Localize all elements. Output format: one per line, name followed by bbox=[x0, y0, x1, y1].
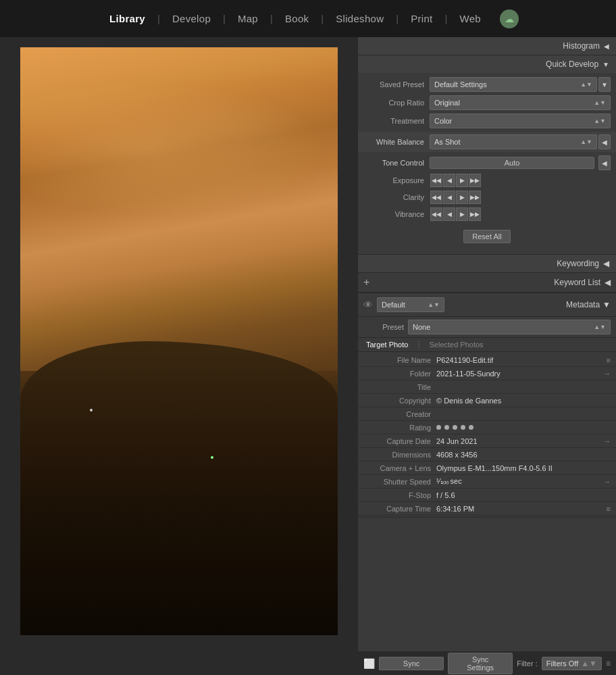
add-keyword-icon[interactable]: + bbox=[363, 276, 369, 289]
meta-field-icon[interactable]: ≡ bbox=[607, 356, 611, 364]
metadata-controls-row: 👁 Default ▲▼ Metadata ▼ bbox=[358, 293, 616, 317]
crop-ratio-label: Crop Ratio bbox=[363, 99, 424, 107]
clarity-btn-2[interactable]: ◀ bbox=[443, 191, 455, 204]
keyword-list-section: + Keyword List ◀ bbox=[358, 273, 616, 293]
sync-btn[interactable]: Sync bbox=[379, 657, 444, 670]
exposure-btn-2[interactable]: ◀ bbox=[443, 174, 455, 187]
saved-preset-dd-arrow: ▲▼ bbox=[580, 81, 592, 88]
rating-dot[interactable] bbox=[444, 425, 449, 430]
right-panel: Histogram ◀ Quick Develop ▼ Saved Preset… bbox=[358, 37, 616, 651]
clarity-btns: ◀◀ ◀ ▶ ▶▶ bbox=[430, 191, 481, 204]
quick-develop-header[interactable]: Quick Develop ▼ bbox=[358, 55, 616, 73]
metadata-preset-arrow: ▲▼ bbox=[428, 301, 440, 308]
exposure-btn-1[interactable]: ◀◀ bbox=[430, 174, 442, 187]
white-balance-label: White Balance bbox=[363, 138, 424, 146]
meta-key: Title bbox=[363, 383, 431, 391]
quick-develop-arrow: ▼ bbox=[602, 61, 609, 68]
histogram-title: Histogram bbox=[365, 41, 600, 51]
white-balance-row: White Balance As Shot ▲▼ ◀ bbox=[358, 132, 616, 152]
nav-book[interactable]: Book bbox=[273, 13, 321, 24]
keyword-list-arrow: ◀ bbox=[605, 278, 611, 287]
clarity-btn-3[interactable]: ▶ bbox=[456, 191, 468, 204]
sync-settings-btn[interactable]: Sync Settings bbox=[448, 653, 513, 674]
exposure-btns: ◀◀ ◀ ▶ ▶▶ bbox=[430, 174, 481, 187]
treatment-dropdown[interactable]: Color ▲▼ bbox=[430, 114, 611, 128]
vibrance-btn-2[interactable]: ◀ bbox=[443, 207, 455, 221]
vibrance-btn-4[interactable]: ▶▶ bbox=[469, 207, 481, 221]
vibrance-btns: ◀◀ ◀ ▶ ▶▶ bbox=[430, 207, 481, 221]
exposure-btn-4[interactable]: ▶▶ bbox=[469, 174, 481, 187]
metadata-preset-dropdown[interactable]: Default ▲▼ bbox=[377, 297, 444, 312]
filter-icon-end: ≡ bbox=[606, 659, 611, 668]
nav-map[interactable]: Map bbox=[226, 13, 270, 24]
clarity-btn-1[interactable]: ◀◀ bbox=[430, 191, 442, 204]
treatment-arrow: ▲▼ bbox=[594, 118, 606, 124]
meta-row: Shutter Speed¹⁄₁₀₀ sec→ bbox=[358, 475, 616, 489]
vibrance-btn-1[interactable]: ◀◀ bbox=[430, 207, 442, 221]
crop-ratio-row: Crop Ratio Original ▲▼ bbox=[363, 95, 611, 110]
exposure-row: Exposure ◀◀ ◀ ▶ ▶▶ bbox=[363, 174, 611, 187]
crop-ratio-dropdown[interactable]: Original ▲▼ bbox=[430, 95, 611, 110]
tone-left-btn[interactable]: ◀ bbox=[598, 155, 611, 170]
filter-dropdown[interactable]: Filters Off ▲▼ bbox=[542, 657, 602, 670]
meta-value: 6:34:16 PM bbox=[436, 505, 604, 513]
keywording-header[interactable]: Keywording ◀ bbox=[358, 255, 616, 272]
nav-library[interactable]: Library bbox=[97, 13, 157, 24]
meta-key: Capture Date bbox=[363, 437, 431, 445]
meta-row: Capture Time6:34:16 PM≡ bbox=[358, 502, 616, 516]
metadata-preset-none-dropdown[interactable]: None ▲▼ bbox=[408, 320, 611, 334]
rating-dot[interactable] bbox=[469, 425, 473, 430]
rating-dot[interactable] bbox=[461, 425, 465, 430]
rating-dots[interactable] bbox=[436, 425, 611, 430]
meta-value: f / 5.6 bbox=[436, 491, 611, 499]
cloud-icon[interactable]: ☁ bbox=[500, 9, 519, 28]
treatment-label: Treatment bbox=[363, 117, 424, 125]
quick-develop-body: Saved Preset Default Settings ▲▼ ▼ Crop … bbox=[358, 73, 616, 254]
eye-icon[interactable]: 👁 bbox=[363, 299, 373, 310]
nav-slideshow[interactable]: Slideshow bbox=[324, 13, 396, 24]
meta-field-icon[interactable]: → bbox=[603, 370, 611, 378]
meta-key: Camera + Lens bbox=[363, 464, 431, 472]
meta-field-icon[interactable]: ≡ bbox=[607, 505, 611, 513]
meta-row: Capture Date24 Jun 2021→ bbox=[358, 434, 616, 448]
histogram-header[interactable]: Histogram ◀ bbox=[358, 37, 616, 55]
metadata-preset-label: Preset bbox=[363, 323, 404, 331]
vibrance-btn-3[interactable]: ▶ bbox=[456, 207, 468, 221]
meta-field-icon[interactable]: → bbox=[603, 478, 611, 486]
metadata-fields: File NameP6241190-Edit.tif≡Folder2021-11… bbox=[358, 352, 616, 517]
metadata-preset-none-arrow: ▲▼ bbox=[594, 324, 606, 330]
saved-preset-expand-btn[interactable]: ▼ bbox=[598, 77, 611, 92]
rating-dot[interactable] bbox=[453, 425, 457, 430]
meta-value: © Denis de Gannes bbox=[436, 397, 611, 405]
white-balance-dropdown[interactable]: As Shot ▲▼ bbox=[430, 134, 597, 149]
tab-selected-photos[interactable]: Selected Photos bbox=[427, 339, 486, 350]
meta-key: File Name bbox=[363, 356, 431, 364]
keywording-title: Keywording bbox=[365, 259, 599, 268]
nav-web[interactable]: Web bbox=[447, 13, 492, 24]
meta-key: Shutter Speed bbox=[363, 478, 431, 486]
meta-value bbox=[436, 425, 611, 430]
clarity-btn-4[interactable]: ▶▶ bbox=[469, 191, 481, 204]
metadata-title: Metadata bbox=[444, 300, 600, 309]
photo-panel bbox=[0, 37, 358, 651]
keywording-arrow: ◀ bbox=[603, 259, 609, 268]
reset-all-btn[interactable]: Reset All bbox=[463, 230, 510, 243]
saved-preset-row: Saved Preset Default Settings ▲▼ ▼ bbox=[363, 77, 611, 92]
meta-key: Folder bbox=[363, 370, 431, 378]
saved-preset-dropdown[interactable]: Default Settings ▲▼ bbox=[430, 77, 597, 92]
filter-value: Filters Off bbox=[546, 659, 578, 668]
quick-develop-title: Quick Develop bbox=[365, 59, 598, 69]
white-balance-left-btn[interactable]: ◀ bbox=[598, 134, 611, 149]
dot-2 bbox=[211, 456, 213, 459]
meta-field-icon[interactable]: → bbox=[603, 437, 611, 445]
nav-print[interactable]: Print bbox=[399, 13, 444, 24]
nav-develop[interactable]: Develop bbox=[160, 13, 223, 24]
rating-dot[interactable] bbox=[436, 425, 441, 430]
crop-ratio-value: Original bbox=[434, 99, 460, 107]
exposure-btn-3[interactable]: ▶ bbox=[456, 174, 468, 187]
tab-target-photo[interactable]: Target Photo bbox=[363, 339, 411, 350]
white-balance-control: As Shot ▲▼ ◀ bbox=[430, 134, 611, 149]
auto-btn[interactable]: Auto bbox=[430, 157, 594, 169]
metadata-tabs: Target Photo | Selected Photos bbox=[358, 338, 616, 352]
meta-key: Capture Time bbox=[363, 505, 431, 513]
